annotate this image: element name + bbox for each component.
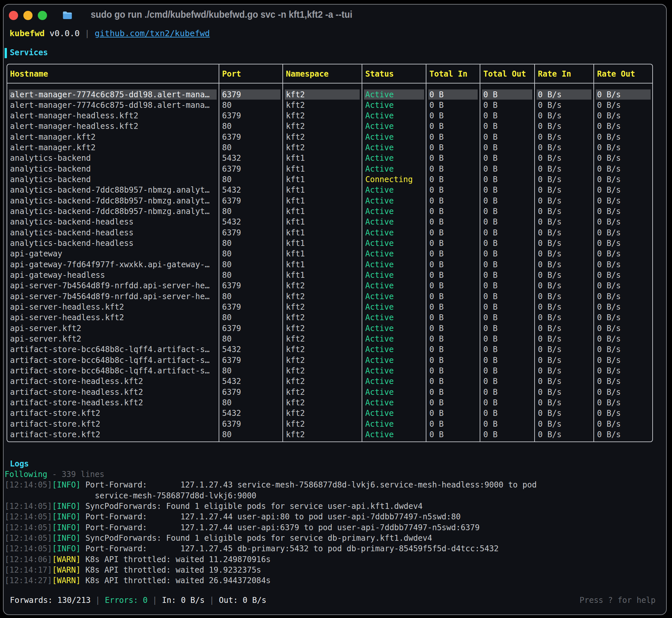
cell-namespace: kft2: [286, 334, 305, 344]
cell-total-out: 0 B: [483, 408, 497, 418]
cell-status: Active: [365, 408, 394, 418]
cell-total-in: 0 B: [429, 196, 444, 206]
cell-hostname: alert-manager-7774c6c875-ddl98.alert-man…: [10, 89, 210, 100]
table-row[interactable]: analytics-backend 6379 kft1 Active 0 B 0…: [0, 164, 672, 174]
table-row[interactable]: api-gateway-7fd64f977f-xwxkk.api-gateway…: [0, 260, 672, 270]
cell-rate-out: 0 B/s: [597, 355, 621, 366]
cell-port: 80: [222, 238, 232, 248]
table-row[interactable]: analytics-backend-7ddc88b957-nbmzg.analy…: [0, 196, 672, 206]
cell-total-in: 0 B: [429, 270, 444, 280]
table-row[interactable]: artifact-store-headless.kft2 80 kft2 Act…: [0, 397, 672, 408]
table-row[interactable]: api-server.kft2 6379 kft2 Active 0 B 0 B…: [0, 323, 672, 334]
table-row[interactable]: alert-manager-7774c6c875-ddl98.alert-man…: [0, 89, 672, 100]
cell-status: Active: [365, 429, 394, 440]
status-segment: In: 0 B/s: [162, 596, 204, 605]
column-header: Rate In: [538, 69, 571, 79]
table-row[interactable]: analytics-backend-7ddc88b957-nbmzg.analy…: [0, 206, 672, 217]
log-line: [12:14:27][WARN] K8s API throttled: wait…: [5, 576, 271, 585]
cell-total-out: 0 B: [483, 312, 497, 323]
cell-status: Active: [365, 153, 394, 164]
table-row[interactable]: artifact-store-headless.kft2 6379 kft2 A…: [0, 387, 672, 397]
cell-port: 6379: [222, 89, 241, 100]
table-row[interactable]: analytics-backend-headless 6379 kft1 Act…: [0, 227, 672, 238]
cell-total-in: 0 B: [429, 89, 444, 100]
cell-total-in: 0 B: [429, 397, 444, 408]
cell-namespace: kft2: [286, 89, 305, 100]
table-row[interactable]: analytics-backend-7ddc88b957-nbmzg.analy…: [0, 185, 672, 195]
cell-status: Active: [365, 260, 394, 270]
cell-hostname: alert-manager.kft2: [10, 142, 96, 153]
table-row[interactable]: api-server-headless.kft2 80 kft2 Active …: [0, 312, 672, 323]
table-header-underline: [7, 83, 653, 84]
table-row[interactable]: api-server-7b4564d8f9-nrfdd.api-server-h…: [0, 291, 672, 302]
status-segment: Errors: 0: [105, 596, 148, 605]
table-row[interactable]: alert-manager.kft2 80 kft2 Active 0 B 0 …: [0, 142, 672, 153]
cell-rate-in: 0 B/s: [538, 185, 562, 195]
cell-rate-out: 0 B/s: [597, 408, 621, 418]
cell-total-in: 0 B: [429, 174, 444, 185]
table-row[interactable]: artifact-store-bcc648b8c-lqff4.artifact-…: [0, 366, 672, 376]
table-row[interactable]: artifact-store.kft2 5432 kft2 Active 0 B…: [0, 408, 672, 418]
cell-rate-in: 0 B/s: [538, 100, 562, 110]
column-header: Status: [365, 69, 394, 79]
table-row[interactable]: api-server-7b4564d8f9-nrfdd.api-server-h…: [0, 280, 672, 291]
cell-port: 5432: [222, 344, 241, 355]
cell-total-out: 0 B: [483, 376, 497, 387]
cell-port: 80: [222, 312, 232, 323]
cell-status: Active: [365, 89, 394, 100]
cell-rate-out: 0 B/s: [597, 302, 621, 312]
cell-port: 80: [222, 100, 232, 110]
table-row[interactable]: analytics-backend 5432 kft1 Active 0 B 0…: [0, 153, 672, 164]
table-row[interactable]: artifact-store.kft2 80 kft2 Active 0 B 0…: [0, 429, 672, 440]
table-row[interactable]: artifact-store-bcc648b8c-lqff4.artifact-…: [0, 344, 672, 355]
services-section-label: Services: [10, 48, 48, 57]
cell-total-in: 0 B: [429, 238, 444, 248]
cell-namespace: kft2: [286, 376, 305, 387]
cell-port: 6379: [222, 280, 241, 291]
cell-status: Active: [365, 248, 394, 259]
table-row[interactable]: artifact-store.kft2 6379 kft2 Active 0 B…: [0, 419, 672, 429]
cell-status: Active: [365, 376, 394, 387]
table-row[interactable]: alert-manager-headless.kft2 80 kft2 Acti…: [0, 121, 672, 131]
cell-hostname: api-server-7b4564d8f9-nrfdd.api-server-h…: [10, 291, 210, 302]
table-row[interactable]: analytics-backend 80 kft1 Connecting 0 B…: [0, 174, 672, 185]
cell-rate-out: 0 B/s: [597, 397, 621, 408]
cell-port: 80: [222, 366, 232, 376]
table-row[interactable]: api-server.kft2 80 kft2 Active 0 B 0 B 0…: [0, 334, 672, 344]
status-segment: Out: 0 B/s: [219, 596, 267, 605]
table-row[interactable]: artifact-store-bcc648b8c-lqff4.artifact-…: [0, 355, 672, 366]
cell-port: 80: [222, 260, 232, 270]
table-row[interactable]: analytics-backend-headless 80 kft1 Activ…: [0, 238, 672, 248]
cell-namespace: kft1: [286, 238, 305, 248]
cell-rate-in: 0 B/s: [538, 89, 562, 100]
cell-rate-out: 0 B/s: [597, 344, 621, 355]
table-row[interactable]: alert-manager-headless.kft2 6379 kft2 Ac…: [0, 110, 672, 121]
zoom-button[interactable]: [38, 11, 47, 20]
cell-status: Active: [365, 164, 394, 174]
close-button[interactable]: [9, 11, 18, 20]
cell-port: 6379: [222, 196, 241, 206]
cell-rate-in: 0 B/s: [538, 206, 562, 217]
log-line: [12:14:05][INFO] SyncPodForwards: Found …: [5, 502, 423, 511]
status-bar: Forwards: 130/213 | Errors: 0 | In: 0 B/…: [10, 596, 266, 605]
table-row[interactable]: api-server-headless.kft2 6379 kft2 Activ…: [0, 302, 672, 312]
cell-hostname: api-server-headless.kft2: [10, 312, 124, 323]
cell-status: Active: [365, 387, 394, 397]
table-row[interactable]: analytics-backend-headless 5432 kft1 Act…: [0, 217, 672, 227]
cell-rate-in: 0 B/s: [538, 344, 562, 355]
github-link[interactable]: github.com/txn2/kubefwd: [95, 29, 210, 38]
table-row[interactable]: api-gateway-headless 80 kft1 Active 0 B …: [0, 270, 672, 280]
cell-port: 5432: [222, 376, 241, 387]
logs-section-label: Logs: [10, 459, 29, 469]
cell-rate-out: 0 B/s: [597, 164, 621, 174]
cell-port: 80: [222, 429, 232, 440]
cell-hostname: artifact-store-bcc648b8c-lqff4.artifact-…: [10, 344, 210, 355]
table-row[interactable]: artifact-store-headless.kft2 5432 kft2 A…: [0, 376, 672, 387]
table-row[interactable]: alert-manager-7774c6c875-ddl98.alert-man…: [0, 100, 672, 110]
cell-rate-out: 0 B/s: [597, 142, 621, 153]
cell-total-in: 0 B: [429, 312, 444, 323]
table-row[interactable]: api-gateway 80 kft1 Active 0 B 0 B 0 B/s…: [0, 248, 672, 259]
minimize-button[interactable]: [23, 11, 32, 20]
cell-rate-out: 0 B/s: [597, 387, 621, 397]
table-row[interactable]: alert-manager.kft2 6379 kft2 Active 0 B …: [0, 132, 672, 142]
